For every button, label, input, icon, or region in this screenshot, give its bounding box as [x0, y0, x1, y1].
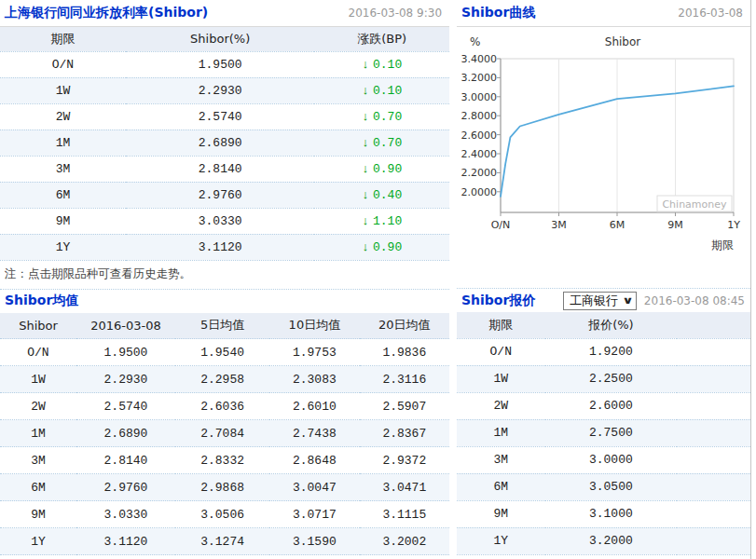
chevron-down-icon: ∨: [622, 294, 634, 307]
value-cell: [677, 365, 750, 392]
curve-panel-header: Shibor曲线 2016-03-08: [457, 0, 750, 27]
change-value: ↓0.90: [314, 156, 449, 182]
column-header: 涨跌(BP): [314, 27, 449, 51]
table-row: 3M2.8140↓0.90: [0, 156, 449, 182]
term-cell: 3M: [0, 447, 76, 474]
term-link[interactable]: 1Y: [0, 234, 126, 260]
value-cell: 2.6036: [175, 393, 269, 420]
rate-value: 3.0330: [126, 208, 314, 234]
term-link[interactable]: 9M: [0, 208, 126, 234]
change-value: ↓0.70: [314, 103, 449, 130]
value-cell: 2.9868: [175, 474, 269, 501]
term-cell: O/N: [0, 339, 76, 366]
table-row: 2W2.6000: [457, 392, 750, 419]
chart-title: Shibor: [605, 35, 641, 48]
watermark-text: Chinamoney: [662, 198, 727, 211]
bank-select-dropdown[interactable]: 工商银行 ∨: [563, 292, 637, 310]
rate-value: 2.9760: [126, 182, 314, 208]
table-row: 1M2.68902.70842.74382.8367: [0, 420, 449, 447]
rate-value: 1.9500: [126, 51, 314, 77]
x-tick-label: 3M: [551, 219, 567, 231]
rate-value: 2.8140: [126, 156, 314, 182]
curve-panel-date: 2016-03-08: [678, 7, 743, 20]
table-row: 9M3.0330↓1.10: [0, 208, 449, 234]
down-arrow-icon: ↓: [362, 136, 369, 150]
value-cell: 3.2000: [545, 527, 678, 554]
column-header: Shibor(%): [126, 27, 314, 51]
value-cell: 2.2500: [545, 365, 678, 392]
value-cell: 2.6010: [269, 393, 359, 420]
column-header: 报价(%): [545, 312, 678, 338]
right-column: Shibor曲线 2016-03-08 %ShiborO/N3M6M9M1Y3.…: [457, 0, 750, 559]
term-link[interactable]: 2W: [0, 103, 126, 130]
mean-section-header: Shibor均值: [0, 290, 449, 313]
rate-value: 2.5740: [126, 103, 314, 130]
value-cell: [677, 446, 750, 473]
table-row: 1W2.29302.29582.30832.3116: [0, 366, 449, 393]
value-cell: 1.9836: [360, 339, 449, 366]
table-row: 3M3.0000: [457, 446, 750, 473]
value-cell: 2.7438: [269, 420, 359, 447]
change-value: ↓0.40: [314, 182, 449, 208]
bank-select-value: 工商银行: [570, 293, 618, 309]
term-link[interactable]: 1W: [0, 77, 126, 103]
down-arrow-icon: ↓: [362, 110, 369, 124]
value-cell: 3.1590: [269, 528, 359, 555]
change-value: ↓0.70: [314, 130, 449, 156]
shibor-page: 上海银行间同业拆放利率(Shibor) 2016-03-08 9:30 期限Sh…: [0, 0, 756, 559]
value-cell: [677, 338, 750, 365]
quote-panel-timestamp: 2016-03-08 08:45: [644, 294, 745, 307]
y-tick-label: 2.0000: [461, 186, 498, 198]
value-cell: 2.8367: [360, 420, 449, 447]
curve-panel-title: Shibor曲线: [461, 5, 535, 21]
shibor-quote-table: 期限报价(%)O/N1.92001W2.25002W2.60001M2.7500…: [457, 312, 750, 555]
value-cell: 1.9753: [269, 339, 359, 366]
term-link[interactable]: O/N: [0, 51, 126, 77]
value-cell: 2.5740: [76, 393, 175, 420]
y-tick-label: 2.6000: [461, 130, 498, 142]
value-cell: [677, 527, 750, 554]
table-row: 1Y3.1120↓0.90: [0, 234, 449, 260]
value-cell: 2.9372: [360, 447, 449, 474]
value-cell: 2.7500: [545, 419, 678, 446]
table-row: 9M3.03303.05063.07173.1115: [0, 501, 449, 528]
value-cell: 3.0471: [360, 474, 449, 501]
change-value: ↓0.10: [314, 51, 449, 77]
term-cell: 6M: [0, 474, 76, 501]
y-tick-label: 3.0000: [461, 91, 498, 103]
rate-value: 2.6890: [126, 130, 314, 156]
term-cell: 1W: [0, 366, 76, 393]
value-cell: [677, 392, 750, 419]
table-row: 2W2.57402.60362.60102.5907: [0, 393, 449, 420]
term-link[interactable]: 3M: [0, 156, 126, 182]
table-row: 1Y3.11203.12743.15903.2002: [0, 528, 449, 555]
shibor-note: 注：点击期限品种可查看历史走势。: [0, 261, 449, 289]
shibor-curve-chart: %ShiborO/N3M6M9M1Y3.40003.20003.00002.80…: [457, 27, 750, 288]
shibor-rate-table: 期限Shibor(%)涨跌(BP)O/N1.9500↓0.101W2.2930↓…: [0, 27, 449, 261]
down-arrow-icon: ↓: [362, 58, 369, 72]
table-row: O/N1.9500↓0.10: [0, 51, 449, 77]
change-value: ↓1.10: [314, 208, 449, 234]
value-cell: 3.0000: [545, 446, 678, 473]
value-cell: 2.9760: [76, 474, 175, 501]
value-cell: 3.0506: [175, 501, 269, 528]
term-cell: 3M: [457, 446, 545, 473]
value-cell: [677, 419, 750, 446]
table-row: 6M2.9760↓0.40: [0, 182, 449, 208]
value-cell: 2.2958: [175, 366, 269, 393]
term-link[interactable]: 6M: [0, 182, 126, 208]
value-cell: 2.3083: [269, 366, 359, 393]
value-cell: 2.5907: [360, 393, 449, 420]
table-row: 6M3.0500: [457, 473, 750, 500]
term-link[interactable]: 1M: [0, 130, 126, 156]
table-row: 1M2.7500: [457, 419, 750, 446]
value-cell: 3.1120: [76, 528, 175, 555]
shibor-panel-header: 上海银行间同业拆放利率(Shibor) 2016-03-08 9:30: [0, 0, 449, 27]
value-cell: 3.2002: [360, 528, 449, 555]
table-row: 1M2.6890↓0.70: [0, 130, 449, 156]
y-tick-label: 2.8000: [461, 110, 498, 122]
column-header: 期限: [0, 27, 126, 51]
mean-section-title: Shibor均值: [5, 293, 78, 309]
column-header: [677, 312, 750, 338]
y-tick-label: 2.2000: [461, 167, 498, 179]
